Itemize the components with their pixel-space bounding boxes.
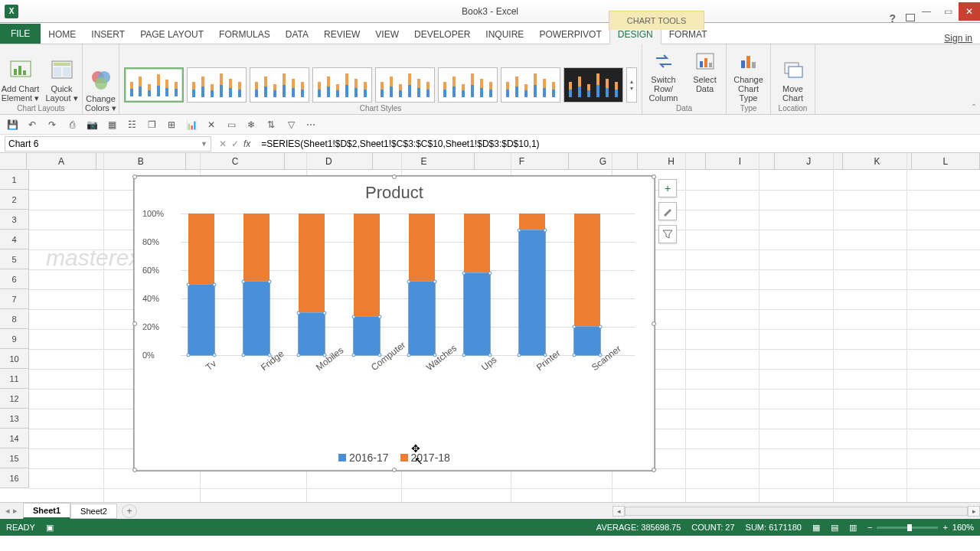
chart-elements-button[interactable]: + (658, 179, 677, 197)
change-colors-button[interactable]: Change Colors ▾ (82, 68, 120, 112)
column-header-G[interactable]: G (569, 153, 637, 169)
column-header-K[interactable]: K (843, 153, 911, 169)
handle-ne[interactable] (652, 174, 656, 179)
sheet-tab-2[interactable]: Sheet2 (70, 504, 117, 519)
handle-se[interactable] (652, 468, 656, 472)
select-all-corner[interactable] (0, 153, 27, 169)
zoom-out-icon[interactable]: − (867, 523, 872, 532)
tab-data[interactable]: DATA (278, 24, 316, 44)
tab-inquire[interactable]: INQUIRE (478, 24, 531, 44)
chart-style-4[interactable] (312, 67, 372, 103)
undo-icon[interactable]: ↶ (26, 119, 38, 131)
handle-nw[interactable] (132, 174, 137, 179)
chart-style-6[interactable] (438, 67, 498, 103)
borders-icon[interactable]: ▭ (225, 119, 237, 131)
row-header-1[interactable]: 1 (0, 170, 29, 190)
scroll-right-icon[interactable]: ▸ (968, 506, 980, 517)
column-header-F[interactable]: F (475, 153, 569, 169)
bar-Printer[interactable] (519, 214, 545, 355)
tab-file[interactable]: FILE (0, 24, 41, 44)
fx-icon[interactable]: fx (243, 139, 250, 149)
chart-title[interactable]: Product (135, 183, 654, 203)
macro-record-icon[interactable]: ▣ (46, 523, 54, 533)
text-to-columns-icon[interactable]: ☷ (126, 119, 138, 131)
more-icon[interactable]: ⋯ (305, 119, 317, 131)
zoom-level[interactable]: 160% (952, 523, 974, 532)
bar-Scanner[interactable] (574, 214, 600, 355)
bar-Fridge[interactable] (243, 214, 270, 355)
row-header-2[interactable]: 2 (0, 190, 29, 210)
chart-style-7[interactable] (501, 67, 560, 103)
tab-formulas[interactable]: FORMULAS (211, 24, 278, 44)
column-header-B[interactable]: B (96, 153, 186, 169)
chart-styles-button[interactable] (658, 202, 677, 220)
zoom-controls[interactable]: − + 160% (867, 523, 974, 532)
name-box[interactable]: Chart 6 ▼ (5, 136, 211, 152)
chart-icon[interactable]: 📊 (185, 119, 198, 131)
ribbon-display-options-icon[interactable] (906, 14, 915, 21)
row-header-5[interactable]: 5 (0, 249, 29, 269)
tab-developer[interactable]: DEVELOPER (407, 24, 478, 44)
row-header-16[interactable]: 16 (0, 468, 29, 488)
bar-Mobiles[interactable] (299, 214, 325, 355)
legend-series-2[interactable]: 2017-18 (400, 452, 450, 464)
print-icon[interactable]: ⎙ (66, 119, 78, 131)
zoom-in-icon[interactable]: + (942, 523, 947, 532)
horizontal-scrollbar[interactable]: ◂ ▸ (612, 505, 980, 517)
chart-style-5[interactable] (375, 67, 435, 103)
handle-sw[interactable] (132, 468, 137, 472)
column-header-L[interactable]: L (912, 153, 980, 169)
tab-insert[interactable]: INSERT (83, 24, 132, 44)
maximize-button[interactable]: ▭ (937, 2, 959, 21)
row-header-7[interactable]: 7 (0, 289, 29, 309)
column-header-H[interactable]: H (638, 153, 706, 169)
column-header-C[interactable]: C (186, 153, 285, 169)
collapse-ribbon-icon[interactable]: ⌃ (971, 103, 977, 111)
delete-icon[interactable]: ✕ (205, 119, 217, 131)
sheet-tab-active[interactable]: Sheet1 (23, 503, 70, 519)
tab-powerpivot[interactable]: POWERPIVOT (531, 24, 609, 44)
column-header-I[interactable]: I (706, 153, 775, 169)
bar-Tv[interactable] (188, 214, 214, 355)
column-header-E[interactable]: E (373, 153, 475, 169)
row-header-14[interactable]: 14 (0, 429, 29, 448)
row-header-6[interactable]: 6 (0, 269, 29, 289)
chart-styles-more-button[interactable]: ▴▾ (626, 67, 637, 103)
chart-style-2[interactable] (187, 67, 247, 103)
move-chart-button[interactable]: Move Chart (774, 58, 812, 103)
help-icon[interactable]: ? (889, 12, 896, 24)
chart-filters-button[interactable] (658, 225, 677, 243)
page-break-icon[interactable]: ▦ (106, 119, 118, 131)
handle-e[interactable] (652, 321, 656, 326)
tab-home[interactable]: HOME (41, 24, 83, 44)
cancel-formula-icon[interactable]: ✕ (219, 139, 227, 149)
legend-series-1[interactable]: 2016-17 (338, 452, 388, 464)
filter-icon[interactable]: ▽ (285, 119, 297, 131)
chart-style-8[interactable] (564, 67, 623, 103)
view-normal-icon[interactable]: ▦ (812, 523, 820, 533)
enter-formula-icon[interactable]: ✓ (231, 139, 239, 149)
save-icon[interactable]: 💾 (6, 119, 18, 131)
camera-icon[interactable]: 📷 (86, 119, 98, 131)
column-header-A[interactable]: A (27, 153, 96, 169)
handle-s[interactable] (392, 468, 397, 472)
new-sheet-button[interactable]: + (122, 504, 137, 518)
view-page-layout-icon[interactable]: ▤ (831, 523, 838, 533)
select-data-button[interactable]: Select Data (686, 49, 724, 103)
plot-area[interactable]: 0%20%40%60%80%100% (181, 214, 635, 355)
name-box-dropdown-icon[interactable]: ▼ (201, 140, 207, 148)
row-header-11[interactable]: 11 (0, 369, 29, 389)
close-button[interactable]: ✕ (959, 2, 980, 21)
row-header-4[interactable]: 4 (0, 230, 29, 249)
signin-link[interactable]: Sign in (944, 33, 972, 44)
row-header-10[interactable]: 10 (0, 349, 29, 369)
sort-icon[interactable]: ⇅ (265, 119, 277, 131)
column-header-D[interactable]: D (285, 153, 373, 169)
chart-object[interactable]: Product 0%20%40%60%80%100% 2016-17 2017-… (134, 176, 655, 471)
new-window-icon[interactable]: ❐ (145, 119, 158, 131)
view-page-break-icon[interactable]: ▥ (849, 523, 857, 533)
tab-view[interactable]: VIEW (368, 24, 407, 44)
formula-input[interactable] (258, 136, 980, 152)
minimize-button[interactable]: — (916, 2, 937, 21)
chart-legend[interactable]: 2016-17 2017-18 (135, 452, 654, 464)
